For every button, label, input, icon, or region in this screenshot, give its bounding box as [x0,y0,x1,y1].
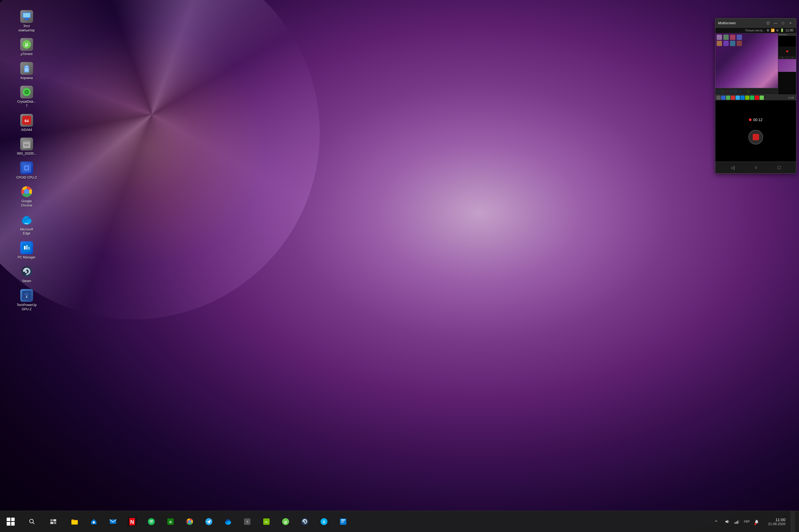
phone-tb-icon-3 [726,96,730,100]
utorrent-tb-icon: µ [281,517,290,526]
desktop-icon-aida64[interactable]: 64 AIDA64 [15,112,39,134]
desktop-icon-chrome[interactable]: GoogleChrome [15,183,39,210]
svg-rect-13 [23,140,30,142]
phone-separator-taskbar: 11:00 [715,94,796,100]
svg-rect-3 [23,13,30,17]
phone-tb-icon-9 [755,96,759,100]
network-icon[interactable] [733,518,740,525]
svg-rect-69 [736,521,737,524]
chrome-icon [20,185,33,198]
desktop-icon-cpuid[interactable]: CPU-Z CPUID CPU-Z [15,159,39,182]
store-icon [89,517,98,526]
taskbar-app-file-explorer[interactable] [65,511,84,532]
language-indicator[interactable]: УКР [743,518,750,525]
file-explorer-icon [70,517,79,526]
tray-icons-area: УКР [721,518,763,525]
svg-rect-66 [341,521,344,521]
recording-time-text: 00:12 [753,118,763,122]
img-file-icon: IMG [20,138,33,150]
notification-icon[interactable] [753,518,760,525]
desktop-icon-steam[interactable]: Steam [15,263,39,286]
taskbar-app-telegram[interactable] [200,511,218,532]
svg-rect-64 [340,518,346,525]
svg-rect-25 [24,246,25,250]
multiscreen-titlebar: Multiscreen — □ × [715,18,796,28]
computer-icon [20,10,33,23]
multiscreen-maximize-button[interactable]: □ [780,20,786,26]
clock-time: 11:00 [775,517,785,522]
gamepass-icon: ⊕ [166,517,175,526]
clock-area[interactable]: 11:00 21.08.2020 [765,517,788,526]
steam-icon-label: Steam [22,279,32,283]
phone-left-panel: 11:00 [715,33,778,94]
taskbar-app-store[interactable] [85,511,103,532]
screen-icon: 🖥 [766,28,769,32]
desktop: Этот компьютер µ µTorrent К [0,0,799,532]
taskbar-taskview-button[interactable] [43,511,64,532]
taskbar-app-utorrent[interactable]: µ [276,511,295,532]
utorrent-icon: µ [20,38,33,51]
taskbar-app-feedback[interactable] [334,511,352,532]
taskbar-app-skype[interactable]: S [315,511,333,532]
taskbar-app-nvidia[interactable]: NV [257,511,276,532]
aida64-icon-label: AIDA64 [21,128,32,132]
svg-rect-17 [25,167,28,169]
phone-tb-icon-7 [745,96,749,100]
nav-home-button[interactable]: ○ [753,163,759,172]
taskbar-app-mail[interactable] [104,511,122,532]
svg-rect-26 [26,245,28,250]
multiscreen-minimize-button[interactable]: — [773,20,779,26]
svg-point-9 [26,91,28,93]
recycle-icon-label: Корзина [20,76,33,80]
phone-tb-icon-1 [716,96,721,100]
show-desktop-button[interactable] [791,511,795,532]
desktop-icon-pcmanager[interactable]: PC Manager [15,239,39,262]
phone-preview: 11:00 Multiscreen ◁ ○ [715,33,796,94]
desktop-icon-computer[interactable]: Этот компьютер [15,8,39,35]
system-tray: УКР 11:00 21.08.2020 [709,511,799,532]
svg-text:S: S [323,520,325,524]
steam-icon [20,265,33,278]
taskbar-search-button[interactable] [21,511,43,532]
taskbar-app-spotify[interactable] [142,511,161,532]
utorrent-icon-label: µTorrent [21,52,33,56]
taskbar-app-netflix[interactable]: N [123,511,142,532]
taskbar-app-steam[interactable] [295,511,314,532]
start-button[interactable] [0,511,21,532]
steam-tb-icon [300,517,309,526]
stop-record-button[interactable] [748,130,763,145]
svg-text:GPU: GPU [24,293,29,295]
nav-recents-button[interactable]: □ [776,163,782,172]
desktop-icons-container: Этот компьютер µ µTorrent К [0,5,53,316]
tray-expand-button[interactable] [713,518,719,525]
desktop-icon-img[interactable]: IMG IMG_20200... [15,135,39,158]
desktop-icon-recycle[interactable]: Корзина [15,60,39,82]
volume-icon[interactable] [724,518,730,525]
taskbar-app-edge[interactable] [219,511,237,532]
desktop-icon-utorrent[interactable]: µ µTorrent [15,36,39,59]
stop-icon [752,134,759,140]
desktop-icon-edge[interactable]: MicrosoftEdge [15,211,39,238]
taskbar-app-unknown[interactable]: ? [238,511,257,532]
multiscreen-pin-button[interactable] [765,20,771,26]
svg-rect-39 [71,520,78,525]
svg-point-51 [188,520,191,523]
svg-text:IMG: IMG [24,144,29,146]
taskbar-app-gamepass[interactable]: ⊕ [161,511,180,532]
multiscreen-close-button[interactable]: × [787,20,794,26]
skype-icon: S [320,517,328,526]
taskbar-app-chrome[interactable] [180,511,199,532]
svg-rect-71 [739,520,739,524]
svg-rect-70 [737,521,738,524]
svg-point-22 [25,190,29,193]
desktop-icon-crystaldisk[interactable]: CrystalDisk...7 [15,83,39,110]
phone-right-panel: Multiscreen ◁ ○ □ [778,33,796,94]
nav-back-button[interactable]: ◁ [729,163,736,172]
techpowerup-icon: GPU Z [20,289,33,302]
mail-icon [108,517,117,526]
svg-point-29 [25,271,27,273]
bluetooth-icon: ⊕ [776,28,779,32]
desktop-icon-techpowerup[interactable]: GPU Z TechPowerUpGPU-Z [15,287,39,314]
pcmanager-icon-label: PC Manager [18,255,35,260]
recording-timer: 00:12 [749,118,763,122]
